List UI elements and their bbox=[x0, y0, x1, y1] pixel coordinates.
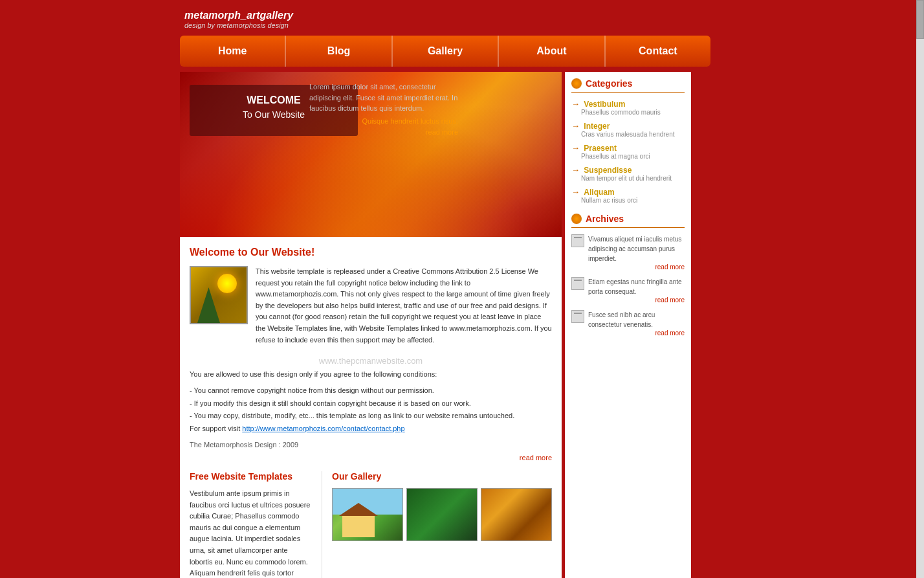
archives-bullet bbox=[571, 214, 582, 224]
category-name-3[interactable]: Suspendisse bbox=[584, 166, 632, 175]
gallery-thumb-3[interactable] bbox=[481, 488, 552, 541]
welcome-title: Welcome to Our Website! bbox=[190, 247, 552, 258]
welcome-image bbox=[190, 266, 248, 324]
archive-read-more-2[interactable]: read more bbox=[588, 329, 685, 337]
scrollbar-thumb[interactable] bbox=[916, 0, 924, 39]
hero-text-box: Lorem ipsum dolor sit amet, consectetur … bbox=[309, 82, 458, 136]
category-item-3: → Suspendisse Nam tempor elit ut dui hen… bbox=[571, 165, 685, 182]
hero-lorem-link[interactable]: Quisque hendrerit luctus risus. bbox=[309, 117, 458, 125]
main-content: WELCOME To Our Website Lorem ipsum dolor… bbox=[180, 72, 562, 578]
archives-title: Archives bbox=[586, 214, 624, 224]
archive-content-2: Fusce sed nibh ac arcu consectetur venen… bbox=[588, 310, 685, 337]
welcome-section: Welcome to Our Website! This website tem… bbox=[180, 237, 562, 471]
category-desc-3: Nam tempor elit ut dui hendrerit bbox=[581, 175, 685, 182]
right-sidebar: Categories → Vestibulum Phasellus commod… bbox=[565, 72, 691, 578]
arrow-icon-2: → bbox=[571, 143, 580, 153]
free-templates-title: Free Website Templates bbox=[190, 471, 312, 482]
site-title: metamorph_artgallery bbox=[184, 10, 924, 21]
category-item-2: → Praesent Phasellus at magna orci bbox=[571, 143, 685, 160]
col-left: Free Website Templates Vestibulum ante i… bbox=[190, 471, 322, 578]
archives-header: Archives bbox=[571, 214, 685, 228]
support-link[interactable]: http://www.metamorphozis.com/contact/con… bbox=[242, 425, 404, 432]
category-name-2[interactable]: Praesent bbox=[584, 144, 617, 153]
welcome-body: This website template is repleased under… bbox=[190, 266, 552, 350]
tree-decoration bbox=[197, 287, 220, 323]
gallery-thumbnails bbox=[332, 488, 552, 541]
two-col-section: Free Website Templates Vestibulum ante i… bbox=[180, 471, 562, 578]
categories-section: Categories → Vestibulum Phasellus commod… bbox=[571, 78, 685, 204]
categories-title: Categories bbox=[586, 78, 632, 89]
condition-3: - You may copy, distribute, modify, etc.… bbox=[190, 410, 552, 423]
archive-icon-1 bbox=[571, 277, 584, 290]
category-desc-4: Nullam ac risus orci bbox=[581, 197, 685, 204]
categories-header: Categories bbox=[571, 78, 685, 93]
archive-text-1: Etiam egestas nunc fringilla ante porta … bbox=[588, 278, 682, 295]
arrow-icon-3: → bbox=[571, 165, 580, 175]
category-name-1[interactable]: Integer bbox=[584, 122, 610, 131]
condition-1: - You cannot remove copyright notice fro… bbox=[190, 384, 552, 397]
main-navigation: Home Blog Gallery About Contact bbox=[180, 36, 710, 67]
hero-read-more[interactable]: read more bbox=[309, 128, 458, 136]
archive-read-more-0[interactable]: read more bbox=[588, 263, 685, 271]
archive-item-1: Etiam egestas nunc fringilla ante porta … bbox=[571, 277, 685, 304]
archive-icon-2 bbox=[571, 310, 584, 323]
archive-content-1: Etiam egestas nunc fringilla ante porta … bbox=[588, 277, 685, 304]
nav-contact[interactable]: Contact bbox=[606, 36, 710, 67]
nav-about[interactable]: About bbox=[499, 36, 605, 67]
category-name-4[interactable]: Aliquam bbox=[584, 188, 614, 197]
arrow-icon-4: → bbox=[571, 187, 580, 197]
category-item-1: → Integer Cras varius malesuada hendrent bbox=[571, 121, 685, 138]
archive-item-2: Fusce sed nibh ac arcu consectetur venen… bbox=[571, 310, 685, 337]
welcome-body-text: This website template is repleased under… bbox=[256, 266, 552, 350]
archive-item-0: Vivamus aliquet mi iaculis metus adipisc… bbox=[571, 234, 685, 271]
condition-4: For support visit http://www.metamorphoz… bbox=[190, 423, 552, 436]
category-name-0[interactable]: Vestibulum bbox=[584, 100, 625, 109]
conditions-list: - You cannot remove copyright notice fro… bbox=[190, 384, 552, 436]
gallery-title: Our Gallery bbox=[332, 471, 552, 482]
conditions-intro: You are allowed to use this design only … bbox=[190, 369, 552, 381]
gallery-thumb-1[interactable] bbox=[332, 488, 403, 541]
archive-text-0: Vivamus aliquet mi iaculis metus adipisc… bbox=[588, 236, 681, 262]
condition-2: - If you modify this design it still sho… bbox=[190, 397, 552, 410]
arrow-icon-1: → bbox=[571, 121, 580, 131]
sun-decoration bbox=[217, 274, 237, 293]
categories-bullet bbox=[571, 78, 582, 89]
gallery-thumb-2[interactable] bbox=[406, 488, 478, 541]
col-right: Our Gallery bbox=[322, 471, 552, 578]
archive-icon-0 bbox=[571, 234, 584, 247]
archive-text-2: Fusce sed nibh ac arcu consectetur venen… bbox=[588, 311, 655, 328]
free-templates-text: Vestibulum ante ipsum primis in faucibus… bbox=[190, 488, 312, 578]
credit-text: The Metamorphosis Design : 2009 bbox=[190, 441, 552, 449]
category-item-0: → Vestibulum Phasellus commodo mauris bbox=[571, 99, 685, 116]
archives-section: Archives Vivamus aliquet mi iaculis metu… bbox=[571, 214, 685, 337]
archive-read-more-1[interactable]: read more bbox=[588, 296, 685, 304]
watermark-text: www.thepcmanwebsite.com bbox=[190, 356, 552, 366]
hero-lorem-text: Lorem ipsum dolor sit amet, consectetur … bbox=[309, 82, 458, 114]
category-item-4: → Aliquam Nullam ac risus orci bbox=[571, 187, 685, 204]
scrollbar[interactable] bbox=[916, 0, 924, 578]
site-subtitle: design by metamorphosis design bbox=[184, 21, 924, 29]
category-desc-2: Phasellus at magna orci bbox=[581, 153, 685, 160]
nav-gallery[interactable]: Gallery bbox=[393, 36, 499, 67]
hero-banner: WELCOME To Our Website Lorem ipsum dolor… bbox=[180, 72, 562, 237]
category-desc-0: Phasellus commodo mauris bbox=[581, 109, 685, 116]
thumb-house bbox=[342, 515, 375, 537]
conditions-section: You are allowed to use this design only … bbox=[190, 369, 552, 436]
arrow-icon-0: → bbox=[571, 99, 580, 109]
category-desc-1: Cras varius malesuada hendrent bbox=[581, 131, 685, 138]
read-more-link[interactable]: read more bbox=[190, 454, 552, 461]
nav-blog[interactable]: Blog bbox=[286, 36, 392, 67]
archive-content-0: Vivamus aliquet mi iaculis metus adipisc… bbox=[588, 234, 685, 271]
nav-home[interactable]: Home bbox=[180, 36, 286, 67]
